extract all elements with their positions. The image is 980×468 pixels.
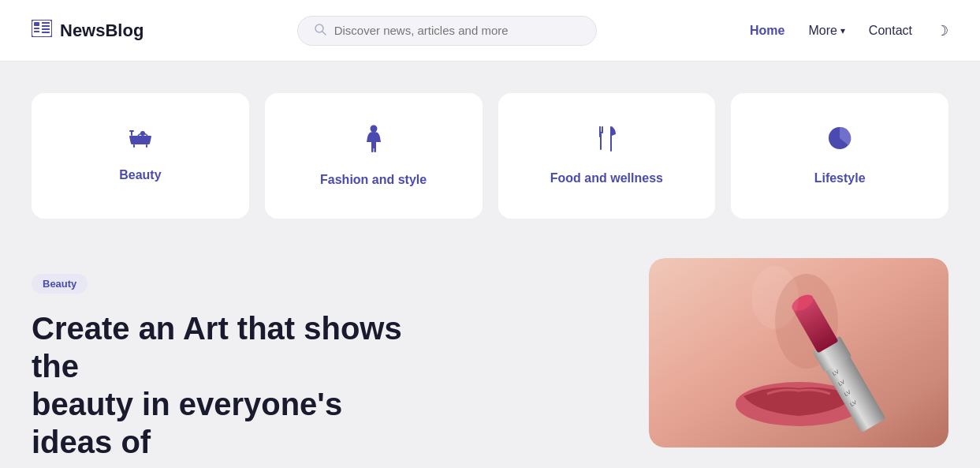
svg-point-15 (370, 125, 377, 133)
svg-rect-3 (34, 31, 39, 32)
logo-text: NewsBlog (60, 21, 143, 41)
svg-rect-4 (42, 22, 50, 24)
nav-more-label: More (808, 24, 837, 38)
logo-area[interactable]: NewsBlog (32, 20, 143, 42)
svg-rect-22 (600, 133, 602, 150)
category-beauty-label: Beauty (119, 168, 161, 182)
svg-rect-2 (34, 28, 39, 29)
logo-icon (32, 20, 52, 42)
category-card-lifestyle[interactable]: Lifestyle (731, 93, 948, 219)
category-card-fashion[interactable]: Fashion and style (265, 93, 483, 219)
search-input[interactable] (334, 24, 580, 37)
main-nav: Home More ▾ Contact ☽ (750, 22, 948, 39)
featured-article: Beauty Create an Art that shows the beau… (32, 258, 948, 461)
search-bar[interactable] (297, 16, 597, 46)
svg-rect-1 (34, 22, 39, 26)
svg-rect-16 (371, 147, 374, 152)
svg-rect-5 (42, 25, 50, 27)
category-cards: Beauty Fashion and style (32, 93, 948, 219)
article-text: Beauty Create an Art that shows the beau… (32, 258, 617, 461)
svg-rect-10 (133, 144, 135, 148)
svg-rect-17 (374, 147, 376, 152)
article-title-line2: beauty in everyone's ideas of (32, 387, 342, 459)
site-header: NewsBlog Home More ▾ Contact ☽ (0, 0, 980, 62)
category-food-label: Food and wellness (550, 171, 663, 185)
article-badge[interactable]: Beauty (32, 274, 88, 294)
article-image: LV LV LV LV (649, 258, 948, 447)
svg-line-9 (322, 32, 326, 35)
person-icon (365, 125, 382, 159)
article-title-line1: Create an Art that shows the (32, 311, 402, 384)
svg-rect-21 (599, 132, 603, 133)
svg-rect-7 (42, 32, 50, 33)
fork-icon (595, 125, 617, 157)
pie-chart-icon (826, 125, 853, 157)
svg-rect-13 (129, 130, 134, 132)
svg-rect-11 (146, 144, 147, 148)
chevron-down-icon: ▾ (840, 25, 845, 36)
svg-rect-20 (602, 126, 603, 133)
article-title: Create an Art that shows the beauty in e… (32, 309, 426, 461)
svg-rect-6 (42, 28, 50, 30)
category-card-food[interactable]: Food and wellness (498, 93, 716, 219)
category-card-beauty[interactable]: Beauty (32, 93, 249, 219)
category-lifestyle-label: Lifestyle (814, 171, 866, 185)
search-icon (314, 23, 326, 39)
dark-mode-toggle[interactable]: ☽ (936, 22, 948, 39)
main-content: Beauty Fashion and style (0, 62, 980, 461)
category-fashion-label: Fashion and style (320, 173, 427, 187)
nav-more[interactable]: More ▾ (808, 24, 844, 38)
nav-contact[interactable]: Contact (869, 24, 912, 38)
nav-home[interactable]: Home (750, 24, 784, 38)
svg-rect-23 (610, 126, 612, 152)
bath-icon (127, 125, 154, 154)
svg-rect-19 (599, 126, 601, 133)
svg-point-37 (751, 266, 799, 329)
